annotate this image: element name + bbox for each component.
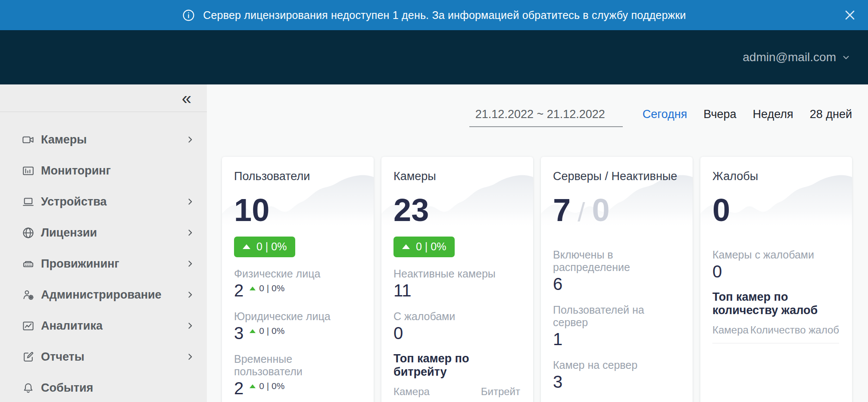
- stat-trend-text: 0 | 0%: [259, 283, 284, 293]
- sidebar-item-devices[interactable]: Устройства: [0, 186, 207, 217]
- sidebar-item-monitoring[interactable]: Мониторинг: [0, 155, 207, 186]
- stat-users-0: Физические лица20 | 0%: [234, 268, 361, 300]
- tab-week[interactable]: Неделя: [753, 108, 793, 121]
- stat-value-row: 1: [553, 330, 680, 349]
- card-title: Серверы / Неактивные: [553, 170, 680, 183]
- trend-up-icon: [402, 244, 410, 249]
- chevron-down-icon: [840, 52, 852, 63]
- close-icon: [842, 7, 858, 23]
- tab-28-days[interactable]: 28 дней: [810, 108, 852, 121]
- stat-value-row: 11: [393, 281, 520, 300]
- chevron-right-icon: [185, 259, 195, 268]
- sidebar-item-provisioning[interactable]: Провижининг: [0, 248, 207, 279]
- card-users: Пользователи100 | 0%Физические лица20 | …: [222, 157, 374, 402]
- stat-value-row: 3: [553, 372, 680, 391]
- card-value: 10: [234, 194, 361, 226]
- stat-servers-0: Включены в распределение6: [553, 249, 680, 293]
- stat-trend-text: 0 | 0%: [259, 326, 284, 336]
- devices-icon: [22, 195, 35, 209]
- trend-up-icon: [250, 329, 256, 333]
- value-separator: /: [578, 199, 585, 225]
- card-value-primary: 23: [393, 194, 429, 226]
- stat-number: 1: [553, 330, 562, 349]
- tab-today[interactable]: Сегодня: [643, 108, 687, 121]
- card-title: Камеры: [393, 170, 520, 183]
- sidebar-item-label: Устройства: [41, 195, 185, 209]
- card-title: Жалобы: [712, 170, 839, 183]
- stat-number: 2: [234, 379, 244, 398]
- column-header: Количество жалоб: [750, 324, 839, 336]
- sidebar-item-administration[interactable]: Администрирование: [0, 279, 207, 310]
- stat-value-row: 20 | 0%: [234, 379, 361, 398]
- stat-number: 3: [234, 324, 244, 343]
- sidebar-item-label: Отчеты: [41, 350, 185, 364]
- stat-users-1: Юридические лица30 | 0%: [234, 310, 361, 343]
- trend-badge-text: 0 | 0%: [256, 240, 287, 253]
- sidebar-collapse-button[interactable]: «: [179, 90, 194, 107]
- stat-cameras-1: С жалобами0: [393, 310, 520, 343]
- date-range-input[interactable]: 21.12.2022 ~ 21.12.2022: [469, 107, 623, 127]
- chevron-right-icon: [185, 228, 195, 237]
- stat-trend-badge: 0 | 0%: [250, 283, 284, 293]
- stat-label: Камеры с жалобами: [712, 249, 839, 261]
- license-banner: Сервер лицензирования недоступен 1 день.…: [0, 0, 868, 30]
- stat-value-row: 0: [712, 262, 839, 281]
- stat-cameras-0: Неактивные камеры11: [393, 268, 520, 300]
- sidebar-item-licenses[interactable]: Лицензии: [0, 217, 207, 248]
- stat-number: 0: [712, 262, 722, 281]
- sidebar-nav: КамерыМониторингУстройстваЛицензииПровиж…: [0, 112, 207, 402]
- stat-trend-badge: 0 | 0%: [250, 381, 284, 391]
- banner-close-button[interactable]: [842, 7, 858, 23]
- app-header: admin@mail.com: [0, 30, 868, 84]
- licenses-icon: [22, 226, 35, 240]
- trend-badge-text: 0 | 0%: [416, 240, 446, 253]
- trend-badge: 0 | 0%: [393, 237, 455, 257]
- stat-value-row: 20 | 0%: [234, 281, 361, 300]
- stat-trend-text: 0 | 0%: [259, 381, 284, 391]
- chevron-right-icon: [185, 290, 195, 299]
- reports-icon: [22, 350, 35, 364]
- stat-complaints-0: Камеры с жалобами0: [712, 249, 839, 281]
- sidebar-item-label: Администрирование: [41, 288, 185, 302]
- top-table-title: Топ камер по количеству жалоб: [712, 290, 839, 317]
- tab-yesterday[interactable]: Вчера: [703, 108, 736, 121]
- stat-number: 6: [553, 274, 562, 293]
- card-value-primary: 10: [234, 194, 269, 226]
- stat-label: Физические лица: [234, 268, 361, 280]
- card-value: 23: [393, 194, 520, 226]
- column-header: Камера: [393, 386, 430, 398]
- trend-up-icon: [250, 384, 256, 388]
- stat-number: 2: [234, 281, 244, 300]
- sidebar-item-camera[interactable]: Камеры: [0, 124, 207, 155]
- info-icon: [182, 9, 195, 22]
- period-tabs: СегодняВчераНеделя28 дней: [643, 107, 852, 121]
- monitoring-icon: [22, 164, 35, 178]
- stat-trend-badge: 0 | 0%: [250, 326, 284, 336]
- filter-row: 21.12.2022 ~ 21.12.2022 СегодняВчераНеде…: [222, 107, 852, 128]
- stat-value-row: 30 | 0%: [234, 324, 361, 343]
- trend-up-icon: [250, 287, 256, 290]
- sidebar-item-label: Мониторинг: [41, 164, 195, 178]
- card-title: Пользователи: [234, 170, 361, 183]
- stat-label: Камер на сервер: [553, 359, 680, 371]
- chevron-right-icon: [185, 352, 195, 361]
- stat-number: 0: [393, 324, 403, 343]
- sidebar-item-label: Аналитика: [41, 319, 185, 333]
- sidebar-item-events[interactable]: События: [0, 372, 207, 402]
- sidebar-item-reports[interactable]: Отчеты: [0, 341, 207, 372]
- stat-value-row: 0: [393, 324, 520, 343]
- stat-label: Пользователей на сервер: [553, 304, 680, 329]
- stat-users-2: Временные пользователи20 | 0%: [234, 353, 361, 398]
- table-divider: [712, 343, 839, 343]
- sidebar: « КамерыМониторингУстройстваЛицензииПров…: [0, 84, 207, 402]
- administration-icon: [22, 288, 35, 302]
- account-menu[interactable]: admin@mail.com: [743, 50, 852, 64]
- stat-servers-2: Камер на сервер3: [553, 359, 680, 391]
- camera-icon: [22, 133, 35, 146]
- sidebar-item-analytics[interactable]: Аналитика: [0, 310, 207, 341]
- column-header: Битрейт: [481, 386, 520, 398]
- trend-badge: 0 | 0%: [234, 237, 295, 257]
- stat-number: 3: [553, 372, 562, 391]
- sidebar-item-label: Провижининг: [41, 257, 185, 271]
- sidebar-item-label: Камеры: [41, 133, 185, 146]
